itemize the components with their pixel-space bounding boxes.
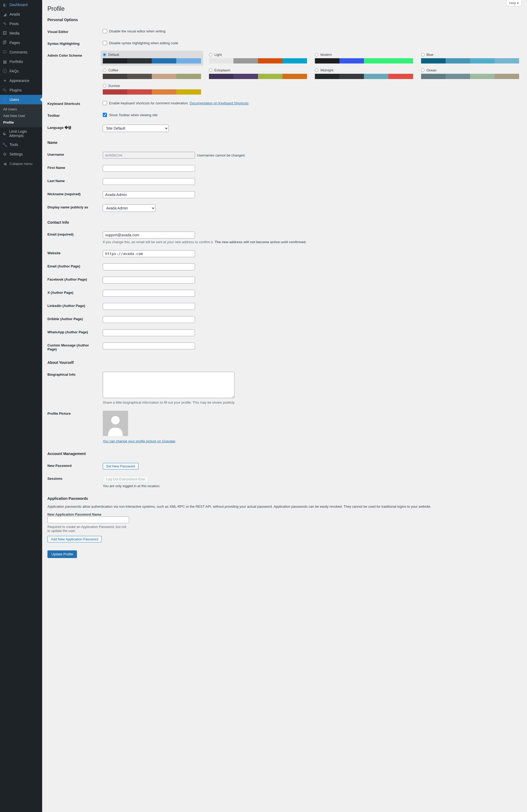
section-personal-options: Personal Options	[47, 18, 522, 22]
visual-editor-label: Visual Editor	[47, 26, 100, 38]
sidebar-item-posts[interactable]: ✎Posts	[0, 19, 42, 28]
menu-icon: ⚙	[2, 151, 8, 157]
nickname-input[interactable]	[103, 191, 195, 198]
admin-sidebar: ◐Dashboard◢Avada✎Posts🖾Media🗐Pages🗩Comme…	[0, 0, 42, 812]
color-scheme-grid: DefaultLightModernBlueCoffeeEctoplasmMid…	[103, 53, 519, 95]
facebook-input[interactable]	[103, 277, 195, 284]
menu-label: Settings	[10, 152, 23, 156]
first-name-input[interactable]	[103, 165, 195, 172]
collapse-menu[interactable]: ◀ Collapse menu	[0, 159, 42, 168]
linkedin-input[interactable]	[103, 303, 195, 310]
sidebar-item-comments[interactable]: 🗩Comments	[0, 47, 42, 57]
email-note1: If you change this, an email will be sen…	[103, 240, 215, 244]
bio-textarea[interactable]	[103, 372, 234, 398]
menu-icon: ✎	[2, 21, 8, 26]
submenu-item-add-new-user[interactable]: Add New User	[0, 113, 42, 119]
dribble-label: Dribble (Author Page)	[47, 313, 100, 326]
new-password-label: New Password	[47, 460, 100, 473]
submenu-item-profile[interactable]: Profile	[0, 119, 42, 126]
sidebar-item-appearance[interactable]: ✦Appearance	[0, 76, 42, 85]
email-input[interactable]	[103, 232, 195, 238]
app-pw-name-note: Required to create an Application Passwo…	[47, 525, 127, 533]
linkedin-label: LinkedIn (Author Page)	[47, 300, 100, 313]
set-new-password-button[interactable]: Set New Password	[103, 463, 139, 469]
menu-label: Pages	[10, 41, 20, 45]
language-select[interactable]: Site Default	[103, 125, 169, 132]
color-scheme-light[interactable]: Light	[209, 53, 307, 63]
menu-icon: 🗩	[2, 49, 8, 55]
email-author-input[interactable]	[103, 263, 195, 270]
collapse-icon: ◀	[2, 161, 8, 166]
visual-editor-text: Disable the visual editor when writing	[109, 29, 166, 33]
menu-label: Tools	[10, 143, 18, 147]
scheme-radio[interactable]	[209, 53, 212, 56]
whatsapp-input[interactable]	[103, 329, 195, 336]
sidebar-item-settings[interactable]: ⚙Settings	[0, 149, 42, 159]
syntax-checkbox[interactable]	[103, 41, 107, 45]
website-label: Website	[47, 247, 100, 260]
visual-editor-checkbox[interactable]	[103, 29, 107, 33]
scheme-radio[interactable]	[103, 69, 106, 72]
menu-label: Limit Login Attempts	[9, 129, 40, 138]
sidebar-item-plugins[interactable]: 🔌Plugins	[0, 85, 42, 95]
scheme-name: Default	[108, 53, 119, 57]
menu-icon: 🔌	[2, 87, 8, 93]
page-title: Profile	[47, 5, 522, 12]
scheme-radio[interactable]	[209, 69, 212, 72]
menu-icon: ☯	[2, 131, 7, 136]
color-scheme-blue[interactable]: Blue	[421, 53, 519, 63]
display-name-select[interactable]: Avada Admin	[103, 204, 155, 212]
sidebar-item-dashboard[interactable]: ◐Dashboard	[0, 0, 42, 10]
app-pw-name-input[interactable]	[47, 517, 129, 523]
custom-msg-input[interactable]	[103, 343, 195, 349]
email-note2: The new address will not become active u…	[215, 240, 307, 244]
sidebar-item-portfolio[interactable]: ▦Portfolio	[0, 57, 42, 67]
keyboard-label: Keyboard Shortcuts	[47, 98, 100, 110]
main-content: Help ▾ Profile Personal Options Visual E…	[42, 0, 527, 812]
keyboard-checkbox[interactable]	[103, 101, 107, 105]
last-name-input[interactable]	[103, 178, 195, 185]
dribble-input[interactable]	[103, 316, 195, 323]
toolbar-checkbox[interactable]	[103, 113, 107, 117]
scheme-radio[interactable]	[103, 84, 106, 87]
add-app-password-button[interactable]: Add New Application Password	[47, 536, 102, 542]
sidebar-item-pages[interactable]: 🗐Pages	[0, 38, 42, 47]
help-tab[interactable]: Help ▾	[506, 0, 522, 6]
sidebar-item-users[interactable]: 👤Users	[0, 95, 42, 104]
color-scheme-sunrise[interactable]: Sunrise	[103, 84, 201, 95]
website-input[interactable]	[103, 250, 195, 257]
picture-label: Profile Picture	[47, 408, 100, 446]
color-scheme-coffee[interactable]: Coffee	[103, 68, 201, 79]
menu-icon: 🔧	[2, 142, 8, 147]
x-input[interactable]	[103, 290, 195, 297]
color-scheme-midnight[interactable]: Midnight	[315, 68, 413, 79]
sidebar-item-avada[interactable]: ◢Avada	[0, 10, 42, 19]
whatsapp-label: WhatsApp (Author Page)	[47, 326, 100, 339]
color-scheme-default[interactable]: Default	[101, 50, 203, 66]
sidebar-item-limit-login-attempts[interactable]: ☯Limit Login Attempts	[0, 127, 42, 140]
update-profile-button[interactable]: Update Profile	[47, 550, 77, 558]
color-scheme-ocean[interactable]: Ocean	[421, 68, 519, 79]
scheme-radio[interactable]	[421, 53, 425, 56]
color-scheme-label: Admin Color Scheme	[47, 49, 100, 98]
scheme-radio[interactable]	[421, 69, 425, 72]
color-scheme-modern[interactable]: Modern	[315, 53, 413, 63]
bio-note: Share a little biographical information …	[103, 401, 519, 404]
sidebar-item-faqs[interactable]: ⓘFAQs	[0, 67, 42, 76]
scheme-radio[interactable]	[315, 69, 318, 72]
username-note: Usernames cannot be changed.	[197, 153, 245, 157]
scheme-radio[interactable]	[103, 53, 106, 56]
translate-icon: �發	[65, 126, 71, 130]
sidebar-item-media[interactable]: 🖾Media	[0, 28, 42, 38]
keyboard-doc-link[interactable]: Documentation on Keyboard Shortcuts	[190, 101, 248, 105]
first-name-label: First Name	[47, 162, 100, 175]
scheme-radio[interactable]	[315, 53, 318, 56]
syntax-text: Disable syntax highlighting when editing…	[109, 41, 178, 45]
logout-everywhere-button[interactable]: Log Out Everywhere Else	[103, 476, 148, 482]
submenu-item-all-users[interactable]: All Users	[0, 106, 42, 113]
sidebar-item-tools[interactable]: 🔧Tools	[0, 140, 42, 149]
x-label: X (Author Page)	[47, 287, 100, 300]
color-scheme-ectoplasm[interactable]: Ectoplasm	[209, 68, 307, 79]
gravatar-link[interactable]: You can change your profile picture on G…	[103, 439, 175, 443]
language-label: Language�發	[47, 121, 100, 135]
